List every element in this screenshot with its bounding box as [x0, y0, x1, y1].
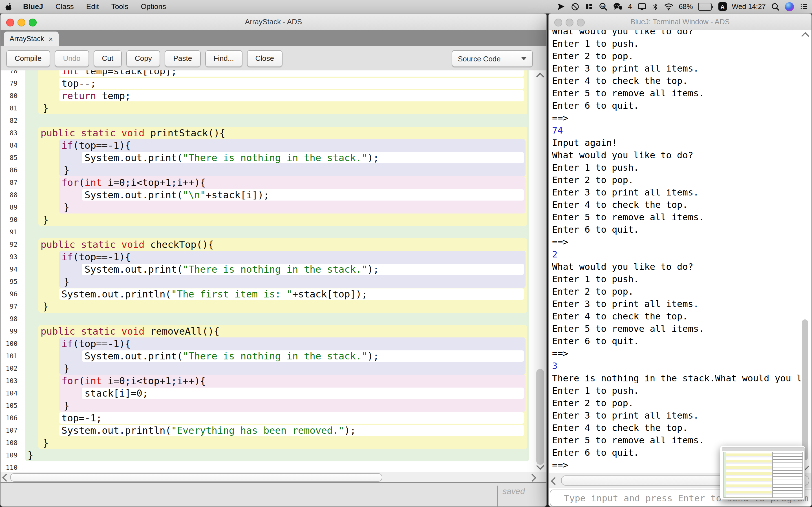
terminal-titlebar[interactable]: BlueJ: Terminal Window - ADS	[549, 13, 811, 31]
airplay-display-icon[interactable]	[637, 2, 647, 11]
line-number: 101	[1, 350, 17, 362]
tab-close-icon[interactable]: ×	[49, 35, 53, 43]
code-line[interactable]: System.out.print("There is nothing in th…	[85, 350, 379, 362]
line-number: 102	[1, 362, 17, 375]
code-line[interactable]: }	[43, 214, 49, 226]
code-line[interactable]: public static void removeAll(){	[41, 325, 220, 337]
code-line[interactable]: }	[64, 399, 70, 412]
code-token: }	[64, 363, 70, 374]
window-tiles-icon[interactable]	[585, 2, 593, 11]
bluetooth-icon[interactable]	[652, 2, 658, 11]
scroll-left-icon[interactable]	[2, 474, 10, 482]
code-line[interactable]: if(top==-1){	[61, 251, 131, 263]
search-at-icon[interactable]: @	[598, 2, 608, 11]
code-line[interactable]: for(int i=0;i<top+1;i++){	[61, 176, 206, 189]
code-line[interactable]: top--;	[61, 77, 96, 90]
line-number: 81	[1, 102, 17, 114]
code-line[interactable]: }	[64, 164, 70, 176]
line-number: 83	[1, 127, 17, 139]
menu-bluej[interactable]: BlueJ	[17, 0, 49, 13]
editor-vscroll-thumb[interactable]	[536, 369, 544, 465]
code-token: top=-1;	[61, 412, 102, 424]
terminal-line: ==>	[552, 236, 568, 248]
code-line[interactable]: }	[28, 449, 34, 461]
code-line[interactable]: top=-1;	[61, 412, 102, 424]
paste-button[interactable]: Paste	[165, 50, 201, 67]
line-number: 80	[1, 90, 17, 102]
code-token: public static	[41, 127, 121, 138]
apple-menu-icon[interactable]	[0, 2, 17, 11]
scroll-up-icon[interactable]	[536, 73, 544, 80]
code-token: for	[61, 375, 79, 386]
code-line[interactable]: return temp;	[61, 90, 131, 102]
code-token: "The first item is: "	[171, 288, 292, 300]
code-token: (	[79, 375, 85, 386]
code-line[interactable]: for(int i=0;i<top+1;i++){	[61, 375, 206, 387]
code-line[interactable]: System.out.print("\n"+stack[i]);	[85, 189, 269, 201]
list-icon[interactable]	[799, 2, 809, 11]
scroll-right-icon[interactable]	[528, 474, 536, 482]
view-selector-value: Source Code	[458, 54, 501, 63]
compile-button[interactable]: Compile	[6, 50, 50, 67]
menu-tools[interactable]: Tools	[105, 0, 135, 13]
terminal-output[interactable]: What would you like to do?Enter 1 to pus…	[549, 30, 812, 473]
find-button[interactable]: Find...	[205, 50, 242, 67]
code-line[interactable]: System.out.print("There is nothing in th…	[85, 152, 379, 164]
line-number: 84	[1, 139, 17, 152]
do-not-disturb-icon[interactable]	[571, 2, 580, 11]
cut-button[interactable]: Cut	[94, 50, 122, 67]
menu-class[interactable]: Class	[49, 0, 80, 13]
code-line[interactable]: System.out.println("The first item is: "…	[61, 288, 367, 300]
wechat-icon[interactable]	[613, 2, 623, 11]
terminal-line: ==>	[552, 348, 568, 360]
code-line[interactable]: }	[43, 300, 49, 313]
editor-titlebar[interactable]: ArrayStack - ADS	[1, 13, 546, 31]
send-icon[interactable]	[557, 2, 566, 11]
code-line[interactable]: public static void printStack(){	[41, 127, 225, 139]
code-token: int	[61, 70, 79, 76]
wifi-icon[interactable]	[663, 3, 673, 10]
code-line[interactable]: public static void checkTop(){	[41, 238, 214, 251]
line-number: 93	[1, 251, 17, 263]
code-line[interactable]: System.out.print("There is nothing in th…	[85, 263, 379, 276]
code-line[interactable]: }	[43, 437, 49, 449]
terminal-line: Enter 3 to print all items.	[552, 186, 699, 199]
terminal-vertical-scrollbar[interactable]	[800, 31, 810, 471]
menu-options[interactable]: Options	[135, 0, 172, 13]
terminal-vscroll-thumb[interactable]	[802, 320, 808, 460]
editor-vertical-scrollbar[interactable]	[534, 70, 547, 472]
spotlight-icon[interactable]	[771, 2, 780, 11]
menu-bar-clock[interactable]: Wed 14:27	[732, 3, 766, 10]
code-line[interactable]: }	[64, 362, 70, 375]
code-token: if	[61, 140, 73, 151]
siri-icon[interactable]	[785, 2, 794, 11]
code-line[interactable]: int temp=stack[top];	[61, 70, 177, 77]
line-number: 100	[1, 337, 17, 350]
line-number: 94	[1, 263, 17, 276]
code-line[interactable]: stack[i]=0;	[85, 387, 148, 399]
code-line[interactable]: }	[64, 201, 70, 214]
scroll-up-icon[interactable]	[801, 32, 809, 40]
code-token: "There is nothing in the stack."	[183, 350, 367, 362]
code-line[interactable]: }	[43, 102, 49, 114]
menu-edit[interactable]: Edit	[80, 0, 105, 13]
editor-hscroll-thumb[interactable]	[10, 473, 382, 482]
close-button[interactable]: Close	[247, 50, 283, 67]
screenshot-thumbnail[interactable]	[720, 446, 805, 500]
tab-arraystack[interactable]: ArrayStack ×	[4, 32, 58, 46]
code-line[interactable]: }	[64, 276, 70, 288]
code-line[interactable]: System.out.println("Everything has been …	[61, 424, 356, 437]
code-token: if	[61, 338, 73, 349]
code-line[interactable]: if(top==-1){	[61, 139, 131, 152]
editor-horizontal-scrollbar[interactable]	[1, 472, 546, 482]
view-selector[interactable]: Source Code	[452, 50, 533, 67]
scroll-left-icon[interactable]	[551, 477, 559, 485]
editor-window: ArrayStack - ADS ArrayStack × CompileUnd…	[0, 13, 547, 507]
terminal-line: Enter 2 to pop.	[552, 397, 633, 409]
code-area[interactable]: 78int temp=stack[top];79top--;80return t…	[1, 70, 534, 472]
terminal-line: ==>	[552, 112, 568, 124]
code-line[interactable]: if(top==-1){	[61, 337, 131, 350]
copy-button[interactable]: Copy	[126, 50, 160, 67]
terminal-line: What would you like to do?	[552, 261, 693, 273]
input-source-icon[interactable]: A	[718, 2, 727, 11]
